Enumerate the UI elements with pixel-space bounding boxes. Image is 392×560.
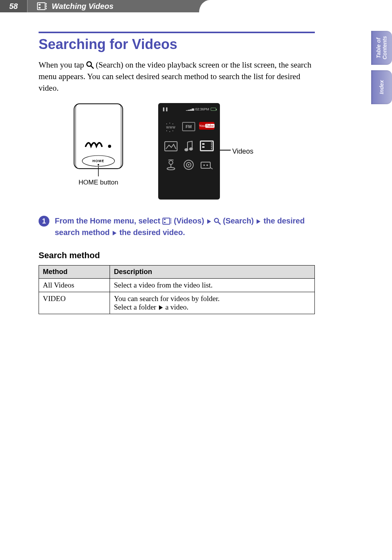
music-icon xyxy=(181,140,196,152)
svg-rect-22 xyxy=(165,142,177,151)
svg-point-21 xyxy=(172,130,173,131)
arrow-icon xyxy=(113,231,117,235)
videos-app-icon xyxy=(200,140,214,151)
yt-text-b: Tube xyxy=(205,124,215,128)
step-number-badge: 1 xyxy=(39,216,49,227)
svg-rect-44 xyxy=(171,218,171,220)
fm-radio-icon: FM xyxy=(182,122,195,131)
svg-rect-5 xyxy=(46,8,47,9)
svg-point-39 xyxy=(203,164,205,166)
page-title: Searching for Videos xyxy=(39,32,315,52)
videos-icon xyxy=(37,2,47,10)
status-bar: ❚❚ ▁▂▃▅ 02:36PM xyxy=(161,107,218,114)
step-t5: the desired video. xyxy=(119,228,185,237)
svg-rect-26 xyxy=(202,143,204,145)
table-row: All Videos Select a video from the video… xyxy=(39,279,315,292)
youtube-icon: YouTube xyxy=(199,122,215,130)
th-method: Method xyxy=(39,266,110,279)
svg-rect-27 xyxy=(202,146,204,148)
device-screen: ❚❚ ▁▂▃▅ 02:36PM www FM YouTube xyxy=(158,103,220,200)
svg-rect-31 xyxy=(211,148,212,149)
svg-text:HOME: HOME xyxy=(93,159,105,163)
svg-point-10 xyxy=(108,145,111,148)
home-button-caption: HOME button xyxy=(62,179,135,186)
arrow-icon xyxy=(257,219,260,224)
svg-text:www: www xyxy=(166,125,176,129)
noise-cancel-icon xyxy=(181,159,196,171)
search-method-heading: Search method xyxy=(39,250,315,261)
battery-icon xyxy=(211,108,216,111)
svg-rect-29 xyxy=(211,144,212,145)
internet-icon: www xyxy=(164,122,178,134)
videos-icon xyxy=(162,217,174,225)
svg-rect-30 xyxy=(211,146,212,147)
svg-rect-4 xyxy=(46,5,47,7)
svg-point-37 xyxy=(188,164,189,166)
desc-cell: You can search for videos by folder. Sel… xyxy=(110,292,315,314)
intro-paragraph: When you tap (Search) on the video playb… xyxy=(39,59,315,94)
svg-point-18 xyxy=(172,124,173,124)
svg-point-33 xyxy=(169,161,173,164)
svg-rect-41 xyxy=(163,218,170,224)
search-icon xyxy=(214,217,223,225)
settings-icon xyxy=(199,159,214,171)
desc-line-b-post: a video. xyxy=(165,303,188,311)
svg-point-20 xyxy=(169,131,170,132)
table-row: VIDEO You can search for videos by folde… xyxy=(39,292,315,314)
arrow-icon xyxy=(159,305,163,310)
section-title: Watching Videos xyxy=(52,2,113,11)
svg-point-17 xyxy=(169,123,170,124)
svg-rect-3 xyxy=(46,3,47,5)
svg-rect-45 xyxy=(171,220,171,222)
clock-text: 02:36PM xyxy=(195,107,209,111)
svg-rect-28 xyxy=(211,142,212,144)
signal-icon: ▁▂▃▅ xyxy=(186,107,194,111)
svg-rect-38 xyxy=(201,162,210,168)
th-description: Description xyxy=(110,266,315,279)
podcast-icon xyxy=(164,159,178,171)
svg-rect-2 xyxy=(39,7,41,8)
device-outline-figure: HOME HOME button xyxy=(62,103,135,186)
svg-point-19 xyxy=(166,130,167,131)
desc-line-a: You can search for videos by folder. xyxy=(114,294,220,303)
search-icon xyxy=(86,60,96,69)
search-method-table: Method Description All Videos Select a v… xyxy=(39,265,315,314)
arrow-icon xyxy=(207,219,211,224)
page-number: 58 xyxy=(0,0,28,12)
photos-icon xyxy=(164,140,178,152)
intro-text-pre: When you tap xyxy=(39,60,86,69)
svg-point-16 xyxy=(166,124,167,124)
figures-row: HOME HOME button ❚❚ ▁▂▃▅ 02:36PM xyxy=(39,103,315,200)
svg-line-7 xyxy=(91,66,93,68)
step-t2: (Videos) xyxy=(174,217,206,225)
svg-line-48 xyxy=(218,222,221,225)
svg-rect-0 xyxy=(37,3,45,10)
desc-line-b-pre: Select a folder xyxy=(114,303,158,311)
svg-rect-43 xyxy=(164,222,166,223)
status-right: ▁▂▃▅ 02:36PM xyxy=(186,107,216,111)
pause-icon: ❚❚ xyxy=(162,107,168,111)
svg-point-13 xyxy=(98,164,99,166)
callout-line xyxy=(219,150,231,151)
yt-text-a: You xyxy=(199,124,205,128)
screen-figure: ❚❚ ▁▂▃▅ 02:36PM www FM YouTube xyxy=(158,103,253,200)
step-text: From the Home menu, select (Videos) (Sea… xyxy=(55,215,315,238)
svg-rect-42 xyxy=(164,219,166,220)
method-cell: All Videos xyxy=(39,279,110,292)
step-1: 1 From the Home menu, select (Videos) (S… xyxy=(39,215,315,238)
step-t1: From the Home menu, select xyxy=(55,217,162,225)
header-curve xyxy=(199,0,392,12)
page-header: 58 Watching Videos xyxy=(0,0,392,12)
svg-point-24 xyxy=(189,147,193,151)
home-app-grid: www FM YouTube xyxy=(161,114,218,171)
method-cell: VIDEO xyxy=(39,292,110,314)
videos-callout-label: Videos xyxy=(232,147,253,156)
step-t3: (Search) xyxy=(223,217,256,225)
desc-cell: Select a video from the video list. xyxy=(110,279,315,292)
svg-rect-46 xyxy=(171,222,171,223)
svg-point-40 xyxy=(206,164,208,166)
svg-rect-1 xyxy=(39,4,41,5)
